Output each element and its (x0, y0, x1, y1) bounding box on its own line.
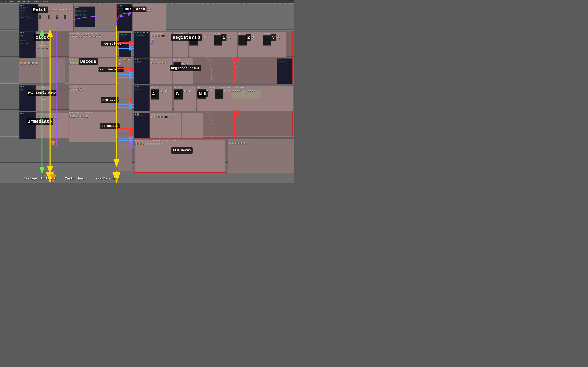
alu-notes: NOTES A/B load ctrloper function (134, 85, 150, 111)
instr-bus-label: Instr. bus (65, 177, 84, 180)
menu-edit[interactable]: Edit (7, 1, 14, 3)
dac-section: NOTES sampleratestage1stage21 = write-se… (19, 85, 65, 111)
register-demux-label: Register demux (170, 65, 201, 71)
reg1-label: 1 (221, 34, 227, 41)
registers-section: NOTES reg select reg select ctrlDigital … (134, 31, 293, 84)
alu-demux-left: Digital to Analog VOLTAGE SCALER ON (150, 113, 181, 138)
reg-notes: NOTES reg select reg select ctrlDigital … (134, 31, 150, 58)
clock-bottom-modules: LFO VCA VCA VCA (19, 58, 65, 83)
center-bus-modules: NOTES digital signalreg selectload/out (118, 31, 132, 171)
clock-notes: NOTES clock dividerstage1stage2stage3 fl… (19, 31, 36, 58)
menu-engine[interactable]: Engine (22, 1, 31, 3)
dac-label: DAC Sample Rate (26, 90, 57, 96)
a-label: A (151, 91, 156, 97)
hetri-module: HETRI K (150, 58, 172, 84)
main-canvas: File Edit View Engine Library Help NOTES… (0, 0, 294, 184)
alu-demux-notes: NOTES ALU demux ctrl (134, 113, 150, 138)
registers-label: Registers (171, 34, 198, 41)
dac-notes: NOTES sampleratestage1stage21 = write-se… (19, 85, 36, 111)
alu-section: NOTES A/B load ctrloper function VIZ VCA… (134, 85, 293, 138)
immediate-label: Immediate (26, 118, 53, 125)
reg3-label: 3 (271, 34, 276, 41)
dac-module: LFO FREQ PULSE SEL (36, 86, 50, 111)
menu-library[interactable]: Library (31, 1, 42, 3)
b-label: B (175, 91, 180, 97)
clock-bus-label: 3-stage clock bus (24, 177, 56, 180)
a-module: VIZ VCA (150, 86, 172, 111)
alu-demux-section: Digital to Analog VOLTAGE SCALER VIZ VCA… (134, 139, 226, 173)
clock-label: Clock (34, 34, 50, 41)
op-select-right: SPLIT MERGE SPLIT MERGE (228, 139, 294, 173)
alu-module: VIZ VCA VIZ VCA SPLIT MERGE SPLIT MERGE (197, 86, 293, 111)
b-module: VIZ VCA (173, 86, 196, 111)
op-select-label: op select (100, 123, 120, 129)
ab-load-label: A/B load (101, 97, 119, 103)
menu-file[interactable]: File (0, 1, 7, 3)
reg-demux-notes: NOTES reg load/outselect ctrl (134, 58, 150, 84)
alu-demux-label: ALU demux (171, 147, 193, 154)
fetch-ext-modules: NOTES MERGE NOTES ; fetch & decode uses;… (74, 4, 123, 30)
menu-help[interactable]: Help (42, 1, 49, 3)
fetch-label: Fetch (32, 7, 48, 13)
decode-label: Decode (79, 58, 98, 65)
reg2-label: 2 (246, 34, 251, 41)
reg0-label: 0 (196, 34, 202, 41)
reg-load-out-label: reg load/out (98, 67, 123, 72)
menu-view[interactable]: View (15, 1, 22, 3)
data-bus-label: r/w Data bus (96, 177, 118, 180)
alu-demux-right: NOTES alu out ctrl (182, 113, 203, 138)
fetch-right-notes: NOTES ; fetch & decode uses; select 1st … (74, 7, 95, 27)
digital-analog-module: Digital to Analog MODE Select (150, 32, 172, 57)
alu-demux-module-inner: Digital to Analog VOLTAGE SCALER VIZ VCA… (135, 140, 225, 172)
reg-right-notes: NOTES reg demux ctrl (277, 58, 293, 84)
bus-latch-label: Bus latch (123, 7, 147, 12)
reg-select-label: reg select (101, 41, 122, 46)
alu-label: ALU (197, 91, 208, 97)
immediate-notes: NOTES MERGE Immediate (19, 112, 36, 139)
